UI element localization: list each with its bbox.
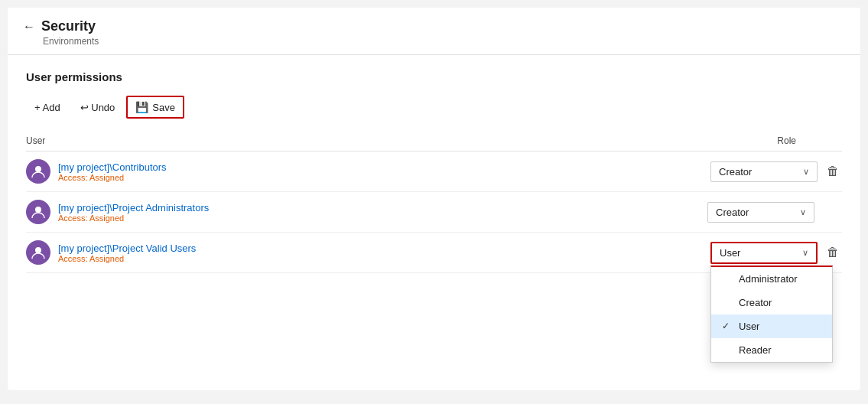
user-details: [my project]\Project Valid Users Access:…: [58, 243, 196, 263]
add-button[interactable]: + Add: [26, 97, 69, 118]
dropdown-item-reader[interactable]: Reader: [711, 338, 832, 362]
page-wrapper: ← Security Environments User permissions…: [8, 8, 860, 390]
user-name: [my project]\Project Valid Users: [58, 243, 196, 254]
table-row: [my project]\Contributors Access: Assign…: [26, 152, 842, 192]
role-value: Creator: [719, 166, 752, 178]
page-header: ← Security Environments: [8, 8, 860, 55]
undo-button[interactable]: ↩ Undo: [72, 97, 124, 118]
dropdown-item-creator[interactable]: Creator: [711, 291, 832, 314]
avatar: [26, 159, 50, 184]
role-dropdown[interactable]: Creator ∨: [710, 161, 818, 182]
dropdown-option-label: User: [739, 321, 759, 332]
col-role-header: Role: [777, 135, 796, 146]
user-access: Access: Assigned: [58, 213, 209, 223]
svg-point-1: [35, 207, 41, 213]
user-info: [my project]\Project Administrators Acce…: [26, 200, 209, 224]
role-dropdown-active[interactable]: User ∨: [710, 242, 818, 264]
user-name: [my project]\Contributors: [58, 161, 167, 173]
page-title: Security: [41, 18, 96, 34]
row-right: Creator ∨: [707, 202, 842, 223]
user-access: Access: Assigned: [58, 173, 167, 182]
svg-point-2: [35, 247, 41, 253]
add-label: + Add: [34, 102, 60, 113]
main-content: User permissions + Add ↩ Undo 💾 Save Use…: [8, 55, 860, 288]
save-icon: 💾: [135, 101, 148, 113]
delete-button[interactable]: 🗑: [824, 161, 842, 181]
toolbar: + Add ↩ Undo 💾 Save: [26, 96, 842, 119]
svg-point-0: [35, 166, 41, 172]
user-access: Access: Assigned: [58, 254, 196, 263]
table-row: [my project]\Project Administrators Acce…: [26, 192, 842, 233]
dropdown-item-administrator[interactable]: Administrator: [711, 267, 832, 291]
back-button[interactable]: ←: [23, 20, 35, 34]
dropdown-option-label: Reader: [739, 344, 772, 356]
dropdown-menu: Administrator Creator ✓ User Reader: [710, 266, 833, 363]
delete-button[interactable]: 🗑: [824, 243, 842, 262]
chevron-down-icon: ∨: [802, 248, 808, 258]
user-info: [my project]\Project Valid Users Access:…: [26, 240, 196, 265]
chevron-down-icon: ∨: [803, 167, 809, 177]
row-right: Creator ∨ 🗑: [710, 161, 842, 182]
check-icon: ✓: [722, 321, 733, 331]
table-row: [my project]\Project Valid Users Access:…: [26, 233, 842, 273]
user-info: [my project]\Contributors Access: Assign…: [26, 159, 167, 184]
dropdown-container: User ∨ Administrator Creator: [710, 242, 818, 264]
save-button[interactable]: 💾 Save: [126, 96, 184, 119]
breadcrumb: Environments: [43, 36, 845, 47]
chevron-down-icon: ∨: [800, 207, 806, 217]
dropdown-option-label: Administrator: [739, 273, 798, 285]
dropdown-item-user[interactable]: ✓ User: [711, 314, 832, 338]
col-user-header: User: [26, 135, 45, 146]
user-details: [my project]\Project Administrators Acce…: [58, 202, 209, 223]
user-name: [my project]\Project Administrators: [58, 202, 209, 213]
role-value: User: [720, 247, 740, 259]
dropdown-option-label: Creator: [739, 297, 772, 308]
role-dropdown[interactable]: Creator ∨: [707, 202, 814, 223]
avatar: [26, 240, 50, 265]
user-details: [my project]\Contributors Access: Assign…: [58, 161, 167, 182]
section-title: User permissions: [26, 70, 842, 83]
avatar: [26, 200, 50, 224]
save-label: Save: [152, 102, 175, 113]
undo-label: ↩ Undo: [80, 102, 115, 113]
table-header: User Role: [26, 131, 842, 152]
row-right: User ∨ Administrator Creator: [710, 242, 842, 264]
role-value: Creator: [716, 207, 749, 218]
